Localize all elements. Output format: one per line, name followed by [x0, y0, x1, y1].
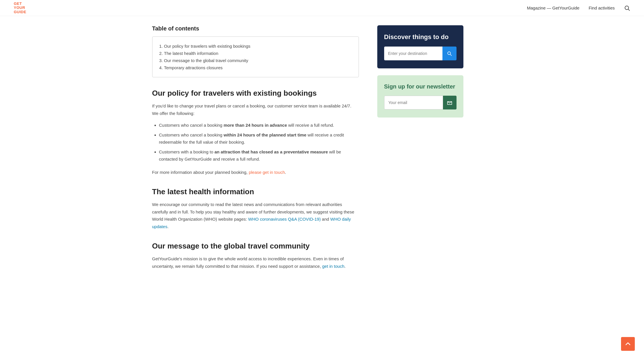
find-activities-link[interactable]: Find activities: [589, 5, 615, 10]
toc-num: 4.: [159, 65, 163, 70]
discover-widget: Discover things to do: [377, 25, 463, 68]
discover-title: Discover things to do: [384, 33, 457, 41]
toc-text: Our policy for travelers with existing b…: [164, 44, 250, 49]
sidebar: Discover things to do Sign up for our ne…: [377, 25, 463, 281]
newsletter-widget: Sign up for our newsletter: [377, 75, 463, 118]
toc-box: 1.Our policy for travelers with existing…: [152, 36, 359, 77]
search-icon[interactable]: [624, 5, 630, 11]
message-body: GetYourGuide's mission is to give the wh…: [152, 255, 359, 270]
who-covid-link[interactable]: WHO coronaviruses Q&A (COVID-19): [248, 217, 321, 222]
who-and: and: [321, 217, 330, 222]
email-icon: [447, 100, 452, 105]
health-body: We encourage our community to read the l…: [152, 201, 359, 230]
policy-bullets: Customers who cancel a booking more than…: [152, 122, 359, 163]
bullet-bold: more than 24 hours in advance: [224, 123, 287, 128]
toc-title: Table of contents: [152, 25, 359, 32]
bullet-prefix: Customers who cancel a booking: [159, 132, 224, 137]
policy-footer-end: .: [285, 170, 286, 175]
git-period: .: [345, 264, 346, 269]
search-icon-btn: [446, 51, 452, 56]
toc-item[interactable]: 2.The latest health information: [159, 50, 352, 57]
bullet-prefix: Customers who cancel a booking: [159, 123, 224, 128]
nav-right: Magazine — GetYourGuide Find activities: [527, 5, 630, 11]
toc-item[interactable]: 1.Our policy for travelers with existing…: [159, 43, 352, 50]
svg-line-1: [628, 9, 630, 11]
toc-num: 2.: [159, 51, 163, 56]
bullet-item: Customers with a booking to an attractio…: [159, 148, 359, 163]
section-policy-title: Our policy for travelers with existing b…: [152, 89, 359, 98]
bullet-item: Customers who cancel a booking more than…: [159, 122, 359, 129]
section-policy: Our policy for travelers with existing b…: [152, 89, 359, 176]
message-text: GetYourGuide's mission is to give the wh…: [152, 256, 344, 269]
svg-point-0: [625, 6, 629, 9]
email-input[interactable]: [384, 96, 443, 109]
magazine-link[interactable]: Magazine — GetYourGuide: [527, 5, 579, 10]
policy-footer-text: For more information about your planned …: [152, 170, 249, 175]
toc-item[interactable]: 3.Our message to the global travel commu…: [159, 57, 352, 64]
section-message: Our message to the global travel communi…: [152, 242, 359, 270]
logo-text: GETYOURGUIDE: [14, 2, 26, 14]
get-in-touch-link-2[interactable]: get in touch: [322, 264, 345, 269]
section-health-title: The latest health information: [152, 187, 359, 196]
newsletter-title: Sign up for our newsletter: [384, 83, 457, 90]
destination-search-button[interactable]: [442, 47, 457, 60]
policy-intro: If you'd like to change your travel plan…: [152, 102, 359, 117]
section-health: The latest health information We encoura…: [152, 187, 359, 230]
toc-text: Our message to the global travel communi…: [164, 58, 248, 63]
toc-text: The latest health information: [164, 51, 218, 56]
get-in-touch-link[interactable]: please get in touch: [249, 170, 285, 175]
destination-input-row: [384, 47, 457, 60]
destination-input[interactable]: [384, 47, 442, 60]
newsletter-submit-button[interactable]: [443, 96, 457, 109]
toc-num: 3.: [159, 58, 163, 63]
policy-footer: For more information about your planned …: [152, 169, 359, 176]
section-policy-body: If you'd like to change your travel plan…: [152, 102, 359, 117]
page-container: Table of contents 1.Our policy for trave…: [138, 16, 506, 290]
bullet-bold: an attraction that has closed as a preve…: [214, 149, 328, 154]
toc-num: 1.: [159, 44, 163, 49]
section-message-title: Our message to the global travel communi…: [152, 242, 359, 251]
bullet-item: Customers who cancel a booking within 24…: [159, 131, 359, 146]
toc-text: Temporary attractions closures: [164, 65, 223, 70]
email-input-row: [384, 96, 457, 109]
main-content: Table of contents 1.Our policy for trave…: [152, 25, 359, 281]
navigation: GETYOURGUIDE Magazine — GetYourGuide Fin…: [0, 0, 644, 16]
toc-item[interactable]: 4.Temporary attractions closures: [159, 64, 352, 71]
who-period: .: [167, 224, 169, 229]
logo[interactable]: GETYOURGUIDE: [14, 2, 26, 14]
bullet-prefix: Customers with a booking to: [159, 149, 214, 154]
bullet-suffix: will receive a full refund.: [287, 123, 334, 128]
bullet-bold: within 24 hours of the planned start tim…: [224, 132, 306, 137]
toc-list: 1.Our policy for travelers with existing…: [159, 43, 352, 71]
